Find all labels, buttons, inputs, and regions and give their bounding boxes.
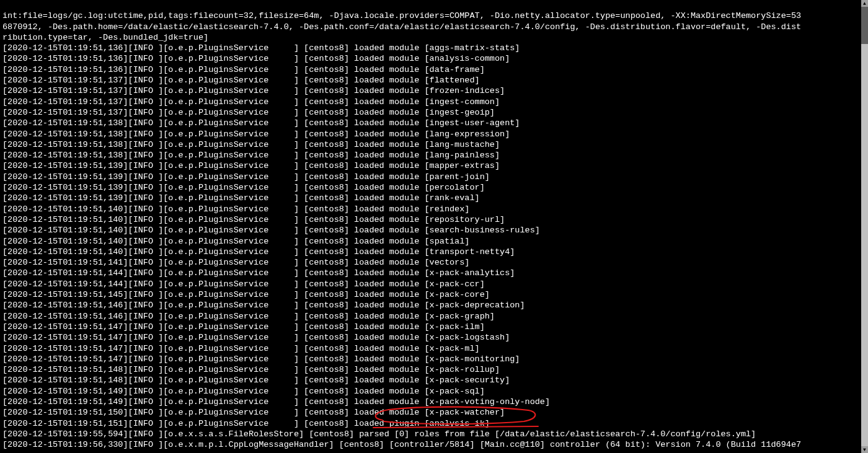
log-line: [2020-12-15T01:19:51,151][INFO ][o.e.p.P… [2,419,490,428]
scrollbar-thumb[interactable] [861,7,868,44]
log-line: [2020-12-15T01:19:51,146][INFO ][o.e.p.P… [2,301,525,310]
log-line: [2020-12-15T01:19:51,138][INFO ][o.e.p.P… [2,140,500,149]
log-line: [2020-12-15T01:19:51,141][INFO ][o.e.p.P… [2,258,469,267]
log-line: [2020-12-15T01:19:51,136][INFO ][o.e.p.P… [2,43,520,53]
log-line: [2020-12-15T01:19:51,140][INFO ][o.e.p.P… [2,215,505,224]
log-line: [2020-12-15T01:19:51,148][INFO ][o.e.p.P… [2,376,510,385]
log-line: [2020-12-15T01:19:51,150][INFO ][o.e.p.P… [2,408,505,417]
log-line: [2020-12-15T01:19:51,138][INFO ][o.e.p.P… [2,130,510,139]
log-line: [2020-12-15T01:19:51,139][INFO ][o.e.p.P… [2,193,480,203]
log-line: [2020-12-15T01:19:51,147][INFO ][o.e.p.P… [2,322,485,332]
log-line: [2020-12-15T01:19:51,136][INFO ][o.e.p.P… [2,54,510,63]
log-line: [2020-12-15T01:19:56,330][INFO ][o.e.x.m… [2,440,801,449]
header-line-1: int:file=logs/gc.log:utctime,pid,tags:fi… [2,11,801,20]
log-line: [2020-12-15T01:19:51,148][INFO ][o.e.p.P… [2,365,500,374]
log-line: [2020-12-15T01:19:51,144][INFO ][o.e.p.P… [2,279,485,289]
log-line: [2020-12-15T01:19:51,144][INFO ][o.e.p.P… [2,268,515,278]
log-line: [2020-12-15T01:19:51,146][INFO ][o.e.p.P… [2,312,495,321]
log-line: [2020-12-15T01:19:51,137][INFO ][o.e.p.P… [2,108,495,117]
log-line: [2020-12-15T01:19:51,140][INFO ][o.e.p.P… [2,205,469,214]
log-line: [2020-12-15T01:19:51,140][INFO ][o.e.p.P… [2,237,469,246]
log-line: [2020-12-15T01:19:51,137][INFO ][o.e.p.P… [2,76,480,85]
log-line: [2020-12-15T01:19:51,140][INFO ][o.e.p.P… [2,226,540,235]
log-line: [2020-12-15T01:19:51,149][INFO ][o.e.p.P… [2,397,550,407]
log-line: [2020-12-15T01:19:51,136][INFO ][o.e.p.P… [2,65,485,74]
log-line: [2020-12-15T01:19:55,594][INFO ][o.e.x.s… [2,429,756,439]
header-line-2: 6870912, -Des.path.home=/data/elastic/el… [2,22,801,32]
log-line: [2020-12-15T01:19:51,149][INFO ][o.e.p.P… [2,387,485,396]
scrollbar-down-arrow[interactable]: ▼ [861,446,868,453]
log-line: [2020-12-15T01:19:51,140][INFO ][o.e.p.P… [2,247,515,257]
header-line-3: ribution.type=tar, -Des.bundled_jdk=true… [2,33,208,42]
log-line: [2020-12-15T01:19:51,147][INFO ][o.e.p.P… [2,354,520,364]
log-line: [2020-12-15T01:19:51,137][INFO ][o.e.p.P… [2,97,500,107]
log-line: [2020-12-15T01:19:51,138][INFO ][o.e.p.P… [2,118,520,128]
log-line: [2020-12-15T01:19:51,139][INFO ][o.e.p.P… [2,172,490,182]
terminal-output: int:file=logs/gc.log:utctime,pid,tags:fi… [0,0,861,453]
log-line: [2020-12-15T01:19:51,139][INFO ][o.e.p.P… [2,183,485,192]
log-line: [2020-12-15T01:19:51,147][INFO ][o.e.p.P… [2,344,480,353]
log-line: [2020-12-15T01:19:51,138][INFO ][o.e.p.P… [2,151,500,160]
log-line: [2020-12-15T01:19:51,137][INFO ][o.e.p.P… [2,86,505,95]
log-line: [2020-12-15T01:19:51,147][INFO ][o.e.p.P… [2,333,510,342]
log-line: [2020-12-15T01:19:51,145][INFO ][o.e.p.P… [2,290,490,299]
log-line: [2020-12-15T01:19:51,139][INFO ][o.e.p.P… [2,161,500,170]
vertical-scrollbar[interactable]: ▲ ▼ [861,0,868,453]
scrollbar-up-arrow[interactable]: ▲ [861,0,868,7]
